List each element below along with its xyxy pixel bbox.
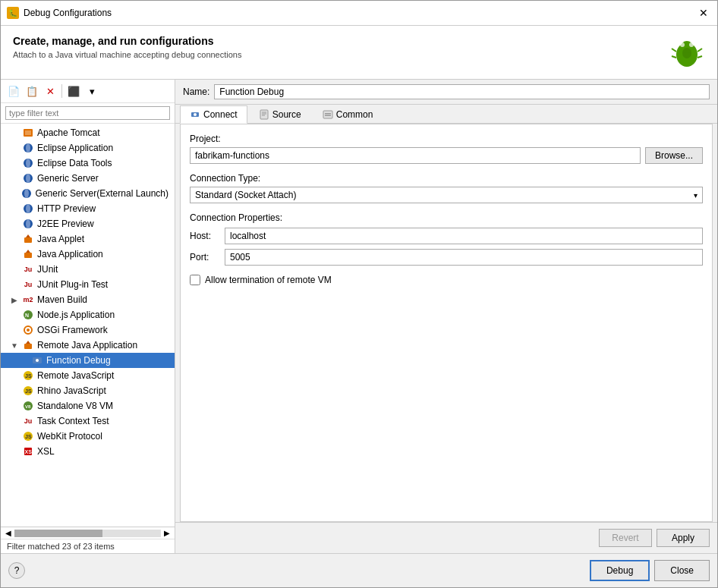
name-bar: Name: [175,80,717,105]
project-input[interactable] [190,147,641,164]
svg-text:XS: XS [25,449,33,454]
tree-item-generic-server[interactable]: Generic Server [1,171,175,186]
header: Create, manage, and run configurations A… [1,26,717,80]
svg-point-18 [24,189,29,198]
tree-item-rhino[interactable]: JS Rhino JavaScript [1,383,175,398]
tree-item-eclipse-data-tools[interactable]: Eclipse Data Tools [1,156,175,171]
tree-item-generic-server-ext[interactable]: Generic Server(External Launch) [1,186,175,201]
tree-item-http-preview[interactable]: HTTP Preview [1,201,175,216]
tree-item-function-debug[interactable]: Function Debug [1,353,175,368]
webkit-icon: JS [22,430,34,442]
tree-item-osgi[interactable]: OSGi Framework [1,322,175,338]
rhino-icon: JS [22,385,34,397]
java-applet-icon [22,233,34,245]
tree-item-nodejs[interactable]: N Node.js Application [1,307,175,322]
tree-item-label: Function Debug [46,355,111,366]
source-tab-icon [259,109,269,120]
connect-tab-icon [190,109,200,120]
scroll-left-btn[interactable]: ◀ [5,529,11,537]
tree-item-label: HTTP Preview [37,203,96,214]
svg-point-46 [194,113,197,116]
tree-item-remote-javascript[interactable]: JS Remote JavaScript [1,368,175,383]
browse-button[interactable]: Browse... [645,147,703,164]
tree-item-eclipse-application[interactable]: Eclipse Application [1,140,175,156]
help-section: ? [8,562,25,579]
svg-rect-23 [24,237,32,243]
debug-button[interactable]: Debug [590,560,650,581]
search-box [1,103,175,124]
tree-item-junit[interactable]: Ju JUnit [1,262,175,277]
svg-point-12 [26,143,30,153]
collapse-all-button[interactable]: ⬛ [65,83,82,99]
panel-action-bar: Revert Apply [175,522,717,553]
svg-line-4 [672,49,676,52]
dialog-footer: ? Debug Close [1,553,717,587]
tree-item-label: WebKit Protocol [37,431,102,442]
copy-config-button[interactable]: 📋 [24,83,40,99]
tree-item-junit-plugin[interactable]: Ju JUnit Plug-in Test [1,277,175,292]
tree-item-maven-build[interactable]: ▶ m2 Maven Build [1,292,175,307]
tree-item-label: Node.js Application [37,310,115,320]
debug-configurations-window: 🐛 Debug Configurations ✕ Create, manage,… [0,0,718,588]
filter-button[interactable]: ▾ [83,83,100,99]
window-title: Debug Configurations [24,8,691,18]
tree-item-label: J2EE Preview [37,219,94,229]
tab-common-label: Common [336,109,373,120]
tree-item-remote-java-application[interactable]: ▼ Remote Java Application [1,338,175,353]
svg-rect-51 [323,111,332,118]
tree-item-java-applet[interactable]: Java Applet [1,231,175,247]
svg-rect-25 [24,253,32,258]
close-button[interactable]: Close [654,560,710,581]
expand-icon [10,401,19,410]
tree-item-java-application[interactable]: Java Application [1,247,175,262]
tree-item-standalone-v8[interactable]: V8 Standalone V8 VM [1,398,175,413]
tab-source[interactable]: Source [249,105,311,124]
tree-item-apache-tomcat[interactable]: Apache Tomcat [1,125,175,140]
remote-java-icon [22,339,34,351]
expand-arrow: ▶ [10,295,19,304]
j2ee-preview-icon [22,218,34,230]
name-input[interactable] [214,84,710,99]
window-icon: 🐛 [7,7,19,19]
search-input[interactable] [5,106,170,120]
expand-icon [10,310,19,319]
port-input[interactable] [225,249,703,266]
svg-point-34 [36,359,39,362]
host-input[interactable] [225,228,703,244]
new-config-button[interactable]: 📄 [5,83,22,99]
tree-item-xsl[interactable]: XS XSL [1,444,175,459]
connection-type-select[interactable]: Standard (Socket Attach) ▾ [190,187,703,203]
revert-button[interactable]: Revert [599,529,652,547]
connection-type-label: Connection Type: [190,173,703,184]
help-button[interactable]: ? [8,562,25,579]
nodejs-icon: N [22,309,34,321]
tab-connect[interactable]: Connect [180,105,247,124]
horizontal-scrollbar[interactable] [14,530,161,537]
scroll-right-btn[interactable]: ▶ [164,529,170,537]
sidebar-scroll-area[interactable]: ◀ ▶ [1,527,175,539]
osgi-icon [22,324,34,336]
tree-item-webkit[interactable]: JS WebKit Protocol [1,429,175,444]
name-label: Name: [183,86,209,97]
svg-text:V8: V8 [25,404,31,409]
tree-item-label: JUnit Plug-in Test [37,279,108,290]
configuration-tree[interactable]: Apache Tomcat Eclipse Application Eclips… [1,124,175,527]
tab-common[interactable]: Common [313,105,383,124]
tree-item-task-context-test[interactable]: Ju Task Context Test [1,413,175,429]
delete-config-button[interactable]: ✕ [42,83,58,99]
tree-item-label: Maven Build [37,294,87,305]
tab-connect-label: Connect [203,109,238,120]
tree-item-label: XSL [37,446,55,457]
header-subtitle: Attach to a Java virtual machine accepti… [13,50,241,59]
tree-item-j2ee-preview[interactable]: J2EE Preview [1,216,175,231]
connection-props-group: Connection Properties: Host: Port: [190,212,703,266]
svg-rect-52 [325,113,331,115]
java-application-icon [22,248,34,260]
close-window-button[interactable]: ✕ [696,5,711,20]
allow-termination-checkbox[interactable] [190,275,200,285]
port-row: Port: [190,249,703,266]
conn-props-label: Connection Properties: [190,212,703,223]
port-label: Port: [190,252,220,263]
svg-line-7 [698,56,702,58]
apply-button[interactable]: Apply [657,529,710,547]
